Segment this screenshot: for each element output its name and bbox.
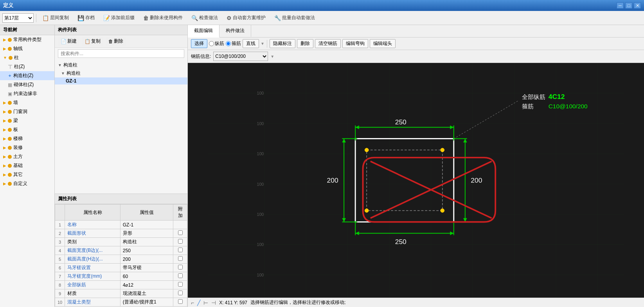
layer-select[interactable]: 第17层 [2,13,34,23]
nav-item-decor[interactable]: ▶ 装修 [0,143,54,152]
nav-dot-stair [8,137,12,141]
attr-value-cell[interactable]: (普通砼/搅拌度1 [120,298,173,307]
tree-item-gz1[interactable]: GZ-1 [55,77,187,84]
select-button[interactable]: 选择 [191,39,207,48]
tab-method[interactable]: 构件做法 [219,25,251,37]
nav-dot-beam [8,119,12,123]
nav-item-custom[interactable]: ▶ 自定义 [0,179,54,188]
attr-name-cell[interactable]: 截面宽度(B边)(... [65,246,121,255]
tab-section-edit[interactable]: 截面编辑 [188,25,219,38]
edit-end-button[interactable]: 编辑端头 [370,39,396,48]
attr-col-extra: 附加 [173,205,187,221]
tree-item-gzz-child[interactable]: ▼ 构造柱 [55,69,187,77]
attr-value-cell[interactable]: 带马牙槎 [120,264,173,272]
longitudinal-radio-input[interactable] [209,41,214,46]
svg-text:4C12: 4C12 [549,93,565,101]
close-button[interactable]: ✕ [634,2,641,9]
tree-item-gzz-root[interactable]: ▼ 构造柱 [55,61,187,69]
delete-comp-button[interactable]: 🗑 删除 [106,37,126,46]
nav-item-axis[interactable]: ▶ 轴线 [0,44,54,53]
prefix-icon: 📝 [103,15,110,21]
longitudinal-radio[interactable]: 纵筋 [209,40,224,47]
edit-hook-button[interactable]: 编辑弯钩 [342,39,368,48]
attr-check-cell[interactable] [173,281,187,289]
attr-value-cell[interactable]: 200 [120,255,173,264]
steel-info-select[interactable]: C10@100/200 [213,52,268,61]
attr-value-cell[interactable]: 60 [120,272,173,281]
attr-check-cell[interactable] [173,246,187,255]
batch-auto-button[interactable]: 🔧 批量自动套做法 [271,13,318,23]
delete-drawing-button[interactable]: 删除 [297,39,313,48]
attr-name-cell[interactable]: 截面高度(H边)(... [65,255,121,264]
minimize-button[interactable]: ─ [617,2,624,9]
new-comp-button[interactable]: 📄 新建 [58,37,79,46]
nav-item-foundation[interactable]: ▶ 基础 [0,161,54,170]
stirrup-radio-input[interactable] [226,41,231,46]
status-coords: X: 411 Y: 597 [219,300,247,305]
draw-canvas[interactable]: 100 100 100 100 100 100 100 [188,63,644,298]
column-z-icon: ⊤ [8,64,13,70]
clear-steel-button[interactable]: 清空钢筋 [315,39,341,48]
attr-name-cell[interactable]: 全部纵筋 [65,281,121,289]
check-method-button[interactable]: 🔍 检查做法 [188,13,221,23]
delete-icon: 🗑 [143,15,149,21]
line-dropdown-icon[interactable]: ▼ [261,41,264,46]
maximize-button[interactable]: □ [625,2,632,9]
attr-name-cell[interactable]: 马牙槎设置 [65,264,121,272]
nav-item-other[interactable]: ▶ 其它 [0,170,54,179]
attr-table: 属性名称 属性值 附加 1 名称 GZ-1 2 截面形状 异形 3 类别 构造柱 [55,204,187,307]
nav-arrow-window: ▶ [3,110,6,114]
attr-value-cell[interactable]: 异形 [120,229,173,238]
hide-annotation-button[interactable]: 隐藏标注 [270,39,295,48]
attr-check-cell[interactable] [173,298,187,307]
attr-value-cell[interactable]: GZ-1 [120,221,173,229]
attr-name-cell[interactable]: 名称 [65,221,121,229]
stirrup-radio[interactable]: 箍筋 [226,40,241,47]
attr-value-cell[interactable]: 构造柱 [120,238,173,246]
nav-item-beam[interactable]: ▶ 梁 [0,116,54,125]
constraint-icon: ▣ [8,91,12,97]
attr-check-cell[interactable] [173,229,187,238]
attr-name-cell[interactable]: 截面形状 [65,229,121,238]
attr-name-cell[interactable]: 混凝土类型 [65,298,121,307]
nav-item-constraint[interactable]: ▣ 约束边缘非 [0,89,54,98]
attr-check-cell[interactable] [173,264,187,272]
nav-panel: 导航树 ▶ 常用构件类型 ▶ 轴线 ▼ 柱 ⊤ 柱(Z) ✦ 构造柱(Z) ▦ … [0,25,55,307]
nav-item-qtz[interactable]: ▦ 砌体柱(Z) [0,80,54,89]
attr-check-cell[interactable] [173,289,187,298]
attr-check-cell[interactable] [173,272,187,281]
nav-item-gzz[interactable]: ✦ 构造柱(Z) [0,71,54,80]
add-prefix-button[interactable]: 📝 添加前后缀 [100,13,138,23]
save-button[interactable]: 💾 存档 [74,13,98,23]
canvas-svg: 100 100 100 100 100 100 100 [188,63,644,298]
comp-search-input[interactable] [58,49,184,58]
nav-item-slab[interactable]: ▶ 板 [0,125,54,134]
attr-check-cell[interactable] [173,255,187,264]
attr-name-cell[interactable]: 马牙槎宽度(mm) [65,272,121,281]
nav-item-window[interactable]: ▶ 门窗洞 [0,107,54,116]
nav-item-column[interactable]: ▼ 柱 [0,53,54,62]
attr-num-cell: 2 [55,229,65,238]
delete-unused-button[interactable]: 🗑 删除未使用构件 [140,13,186,23]
nav-arrow-axis: ▶ [3,47,6,51]
attr-value-cell[interactable]: 现浇混凝土 [120,289,173,298]
svg-text:200: 200 [327,176,338,184]
copy-floor-button[interactable]: 📋 层间复制 [39,13,72,23]
nav-item-stair[interactable]: ▶ 楼梯 [0,134,54,143]
nav-item-common[interactable]: ▶ 常用构件类型 [0,35,54,44]
nav-item-earth[interactable]: ▶ 土方 [0,152,54,161]
table-row: 5 截面高度(H边)(... 200 [55,255,187,264]
auto-plan-button[interactable]: ⚙ 自动套方案维护 [223,13,269,23]
steel-dropdown-icon[interactable]: ▼ [270,54,274,59]
attr-check-cell[interactable] [173,238,187,246]
attr-num-cell: 9 [55,289,65,298]
nav-item-col-z[interactable]: ⊤ 柱(Z) [0,62,54,71]
nav-arrow-common: ▶ [3,38,6,42]
nav-item-wall[interactable]: ▶ 墙 [0,98,54,107]
nav-dot-window [8,110,12,114]
line-button[interactable]: 直线 [243,39,259,48]
attr-value-cell[interactable]: 4⌀12 [120,281,173,289]
attr-panel: 属性列表 属性名称 属性值 附加 1 名称 GZ-1 2 截面形状 [55,194,187,307]
copy-comp-button[interactable]: 📋 复制 [82,37,103,46]
attr-value-cell[interactable]: 250 [120,246,173,255]
